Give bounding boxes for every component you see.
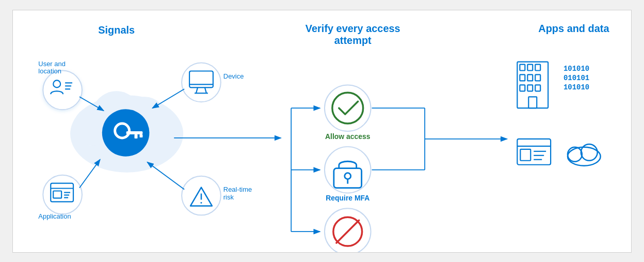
svg-point-35: [201, 202, 202, 203]
svg-point-24: [43, 175, 82, 214]
svg-point-4: [145, 110, 180, 145]
svg-line-40: [152, 89, 184, 108]
svg-point-55: [345, 173, 351, 179]
svg-rect-9: [140, 134, 143, 137]
svg-point-89: [581, 144, 598, 160]
svg-text:Real-time: Real-time: [223, 186, 252, 193]
svg-text:Require MFA: Require MFA: [326, 194, 369, 202]
svg-rect-70: [535, 64, 540, 70]
svg-text:Allow access: Allow access: [325, 132, 371, 140]
svg-rect-83: [520, 149, 530, 160]
svg-text:010101: 010101: [564, 74, 589, 82]
svg-line-39: [79, 97, 104, 111]
svg-rect-67: [517, 61, 548, 108]
svg-rect-27: [53, 191, 61, 198]
svg-point-88: [568, 147, 582, 161]
svg-text:Verify every access: Verify every access: [305, 22, 400, 34]
svg-text:attempt: attempt: [334, 34, 372, 45]
svg-rect-18: [189, 71, 213, 87]
svg-rect-76: [535, 85, 540, 91]
svg-point-59: [333, 217, 362, 246]
svg-text:101010: 101010: [564, 83, 589, 91]
svg-line-19: [196, 87, 198, 93]
svg-point-58: [325, 208, 371, 252]
svg-rect-75: [527, 85, 533, 91]
svg-text:risk: risk: [223, 193, 234, 201]
svg-text:Device: Device: [223, 72, 244, 80]
diagram-container: Signals: [12, 10, 632, 253]
svg-line-60: [336, 220, 359, 243]
svg-text:Apps and data: Apps and data: [538, 22, 609, 34]
svg-rect-73: [535, 74, 540, 81]
svg-rect-68: [520, 64, 525, 70]
svg-point-6: [115, 124, 130, 138]
svg-rect-81: [517, 138, 551, 164]
svg-rect-54: [334, 168, 362, 188]
svg-line-42: [147, 162, 184, 189]
svg-text:101010: 101010: [564, 65, 589, 73]
svg-rect-77: [528, 97, 537, 108]
svg-text:Application: Application: [38, 212, 71, 220]
svg-point-10: [43, 70, 82, 110]
svg-point-3: [123, 97, 167, 140]
svg-rect-8: [135, 134, 138, 138]
svg-point-5: [102, 109, 150, 157]
svg-point-1: [74, 106, 113, 146]
svg-point-51: [332, 93, 363, 124]
svg-rect-74: [520, 85, 525, 91]
svg-point-50: [325, 85, 371, 131]
svg-point-87: [568, 147, 601, 165]
svg-point-53: [325, 146, 371, 193]
svg-marker-33: [190, 187, 212, 206]
svg-rect-72: [527, 74, 533, 81]
svg-point-17: [182, 63, 221, 102]
signals-title: Signals: [98, 24, 135, 35]
svg-rect-25: [51, 183, 73, 202]
svg-point-2: [92, 91, 141, 141]
svg-rect-7: [126, 131, 143, 134]
svg-line-20: [205, 87, 206, 93]
svg-point-0: [70, 95, 183, 172]
svg-text:location: location: [38, 67, 61, 75]
svg-line-41: [79, 159, 100, 188]
svg-text:User and: User and: [38, 59, 66, 67]
svg-point-11: [53, 80, 60, 87]
svg-point-32: [182, 176, 221, 215]
svg-rect-69: [527, 64, 533, 70]
svg-rect-71: [520, 74, 525, 81]
